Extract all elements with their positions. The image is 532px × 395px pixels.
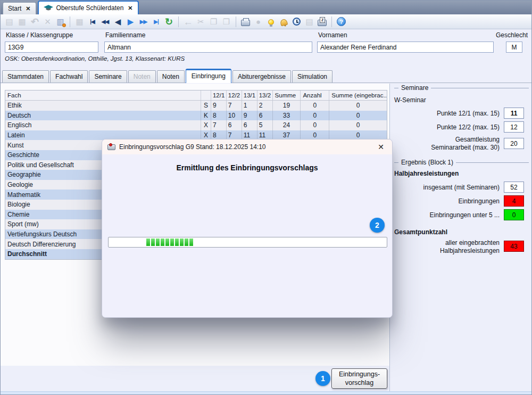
tab-simulation[interactable]: Simulation (292, 70, 332, 83)
dialog-heading: Ermittlung des Einbringungsvorschlags (102, 163, 392, 172)
col-13-1-header[interactable]: 13/1 (242, 90, 257, 100)
fach-cell: Ethik (5, 101, 201, 111)
progress-segment (151, 238, 155, 246)
tab-abiturergebnisse[interactable]: Abiturergebnisse (232, 70, 291, 83)
table-row[interactable]: Deutsch K 8 10 9 6 33 0 0 (5, 111, 387, 121)
col-12-2-header[interactable]: 12/2 (227, 90, 242, 100)
punkte-12-2-label: Punkte 12/2 (max. 15) (409, 124, 500, 131)
einbringungsvorschlag-button-line1: Einbringungs- (335, 370, 384, 378)
print-icon (241, 20, 250, 26)
tab-noten-2[interactable]: Noten (157, 70, 185, 83)
doc-tab-start[interactable]: Start ✕ (3, 2, 36, 14)
dialog-app-icon (107, 144, 115, 150)
geschlecht-input[interactable]: M (506, 42, 522, 53)
prev-page-icon[interactable]: ◀◀ (99, 16, 111, 28)
vornamen-input[interactable]: Alexander Rene Ferdinand (317, 42, 494, 53)
separator-4 (331, 17, 332, 27)
delete-record-icon: ✕ (42, 16, 53, 28)
dialog-close-icon[interactable]: ✕ (375, 143, 387, 151)
klasse-label: Klasse / Klassengruppe (6, 31, 73, 39)
col-summe-eingebracht-header[interactable]: Summe (eingebrac... (329, 90, 387, 100)
gesamtpunktzahl-field[interactable]: 43 (504, 241, 524, 252)
notification-bell-icon[interactable] (278, 16, 289, 28)
cell-12-1: 9 (211, 101, 227, 111)
tab-fachwahl[interactable]: Fachwahl (50, 70, 88, 83)
refresh-icon[interactable]: ↻ (163, 16, 174, 28)
einbringungsvorschlag-dialog: Einbringungsvorschlag G9 Stand: 18.12.20… (102, 139, 393, 318)
reminder-clock-icon[interactable] (291, 16, 302, 28)
next-record-icon[interactable]: ▶ (125, 16, 136, 28)
new-record-icon: ▤ (4, 16, 15, 28)
gesamtpunktzahl-label: aller eingebrachten Halbjahresleistungen (409, 239, 500, 255)
doc-tab-oberstufe-schuelerdaten[interactable]: Oberstufe Schülerdaten ✕ (38, 1, 139, 14)
export-icon: ● (253, 16, 264, 28)
hint-lightbulb-icon[interactable] (265, 16, 277, 28)
prev-record-icon[interactable]: ◀ (112, 16, 123, 28)
familienname-label: Familienname (105, 31, 145, 39)
anzahl-cell: 0 (301, 111, 329, 121)
table-row[interactable]: Ethik S 9 7 1 2 19 0 0 (5, 101, 387, 111)
familienname-input[interactable]: Altmann (104, 42, 312, 53)
window-bottom-edge (1, 391, 531, 394)
col-summe-header[interactable]: Summe (273, 90, 301, 100)
gesamtleistung-label-line1: Gesamtleistung (455, 136, 500, 143)
punkte-12-2-field[interactable]: 12 (504, 121, 524, 133)
close-icon[interactable]: ✕ (128, 5, 132, 12)
print-list-icon[interactable] (317, 16, 328, 28)
annotation-badge-1: 1 (315, 371, 330, 386)
cell-13-1: 9 (242, 111, 257, 121)
summe-cell: 24 (273, 120, 301, 130)
einbringungen-unter-5-field[interactable]: 0 (504, 209, 524, 220)
progress-segment (185, 238, 188, 246)
next-page-icon[interactable]: ▶▶ (138, 16, 149, 28)
dialog-title: Einbringungsvorschlag G9 Stand: 18.12.20… (119, 143, 266, 151)
cell-13-2: 2 (257, 101, 273, 111)
progress-segment (156, 238, 160, 246)
art-cell: S (201, 101, 211, 111)
tab-seminare[interactable]: Seminare (89, 70, 127, 83)
ergebnis-group-title: Ergebnis (Block 1) (398, 159, 456, 166)
gesamtpunktzahl-heading: Gesamtpunktzahl (394, 228, 447, 236)
fach-cell: Englisch (5, 120, 201, 130)
print-icon[interactable] (240, 16, 251, 28)
col-anzahl-header[interactable]: Anzahl (301, 90, 329, 100)
seminare-group-title: Seminare (398, 84, 431, 92)
close-icon[interactable]: ✕ (26, 5, 30, 12)
reminder-clock-icon (293, 18, 301, 26)
col-12-1-header[interactable]: 12/1 (211, 90, 227, 100)
tab-noten: Noten (128, 70, 156, 83)
progress-segment (146, 238, 150, 246)
insgesamt-field[interactable]: 52 (504, 182, 524, 193)
first-record-icon[interactable]: |◀ (87, 16, 98, 28)
cell-12-2: 7 (227, 101, 242, 111)
cell-13-1: 6 (242, 120, 257, 130)
gesamtleistung-field[interactable]: 20 (504, 138, 524, 149)
progress-segment (189, 238, 193, 246)
help-icon[interactable] (336, 16, 347, 28)
back-icon: ← (182, 16, 194, 28)
punkte-12-1-field[interactable]: 11 (504, 108, 524, 119)
last-record-icon[interactable]: ▶| (151, 16, 162, 28)
print-list-icon (318, 20, 327, 26)
table-row[interactable]: Englisch X 7 6 6 5 24 0 0 (5, 120, 387, 130)
ergebnis-group: Ergebnis (Block 1) (394, 162, 529, 163)
progress-segment (175, 238, 179, 246)
right-panel: Seminare W-Seminar Punkte 12/1 (max. 15)… (389, 84, 532, 395)
paste-icon: ❒ (221, 16, 232, 28)
col-art-header[interactable] (201, 90, 211, 100)
einbringungen-field[interactable]: 4 (504, 195, 524, 207)
help-icon (337, 17, 346, 26)
dialog-titlebar[interactable]: Einbringungsvorschlag G9 Stand: 18.12.20… (102, 139, 392, 154)
tab-stammdaten[interactable]: Stammdaten (2, 70, 49, 83)
einbringungsvorschlag-button-line2: vorschlag (335, 378, 384, 387)
col-fach-header[interactable]: Fach (5, 90, 201, 100)
annotation-badge-2: 2 (370, 218, 385, 233)
col-13-2-header[interactable]: 13/2 (257, 90, 273, 100)
einbringungsvorschlag-button[interactable]: Einbringungs- vorschlag (331, 368, 387, 389)
klasse-input[interactable]: 13G9 (5, 42, 98, 53)
edit-form-icon[interactable]: ▥ (55, 16, 66, 28)
anzahl-cell: 0 (301, 101, 329, 111)
tab-einbringung[interactable]: Einbringung (186, 69, 231, 83)
vornamen-label: Vornamen (318, 31, 347, 39)
graduation-cap-icon (44, 5, 53, 12)
